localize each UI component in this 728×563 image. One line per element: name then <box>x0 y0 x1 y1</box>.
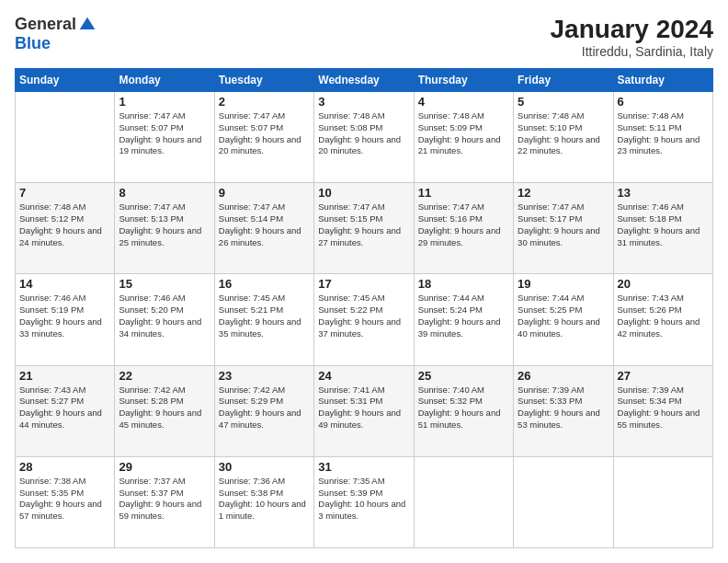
day-number: 31 <box>318 460 409 474</box>
calendar-cell: 15Sunrise: 7:46 AMSunset: 5:20 PMDayligh… <box>115 274 214 365</box>
day-number: 17 <box>318 277 409 291</box>
calendar-cell: 24Sunrise: 7:41 AMSunset: 5:31 PMDayligh… <box>314 365 414 456</box>
day-info: Sunrise: 7:42 AMSunset: 5:28 PMDaylight:… <box>119 385 210 431</box>
day-info: Sunrise: 7:47 AMSunset: 5:15 PMDaylight:… <box>318 201 409 248</box>
calendar-cell: 16Sunrise: 7:45 AMSunset: 5:21 PMDayligh… <box>214 274 313 365</box>
day-number: 14 <box>19 277 110 291</box>
day-info: Sunrise: 7:48 AMSunset: 5:08 PMDaylight:… <box>318 110 409 157</box>
month-title: January 2024 <box>551 15 713 44</box>
day-info: Sunrise: 7:43 AMSunset: 5:26 PMDaylight:… <box>618 293 709 339</box>
calendar-cell <box>514 456 613 547</box>
day-info: Sunrise: 7:48 AMSunset: 5:12 PMDaylight:… <box>19 201 110 248</box>
calendar-cell: 9Sunrise: 7:47 AMSunset: 5:14 PMDaylight… <box>214 183 313 274</box>
day-number: 5 <box>518 95 609 109</box>
calendar-cell: 31Sunrise: 7:35 AMSunset: 5:39 PMDayligh… <box>314 456 414 547</box>
location: Ittireddu, Sardinia, Italy <box>551 44 713 59</box>
day-info: Sunrise: 7:47 AMSunset: 5:07 PMDaylight:… <box>219 110 310 157</box>
calendar-cell: 13Sunrise: 7:46 AMSunset: 5:18 PMDayligh… <box>613 183 712 274</box>
day-number: 7 <box>19 186 110 200</box>
calendar-cell <box>16 92 115 183</box>
logo: General Blue <box>15 15 97 53</box>
calendar-cell: 25Sunrise: 7:40 AMSunset: 5:32 PMDayligh… <box>414 365 513 456</box>
calendar-header-sunday: Sunday <box>16 69 115 92</box>
day-info: Sunrise: 7:46 AMSunset: 5:19 PMDaylight:… <box>19 293 110 339</box>
calendar-cell: 30Sunrise: 7:36 AMSunset: 5:38 PMDayligh… <box>214 456 313 547</box>
calendar-week-row: 21Sunrise: 7:43 AMSunset: 5:27 PMDayligh… <box>16 365 713 456</box>
day-number: 11 <box>418 186 509 200</box>
day-info: Sunrise: 7:48 AMSunset: 5:11 PMDaylight:… <box>618 110 709 157</box>
calendar-cell: 12Sunrise: 7:47 AMSunset: 5:17 PMDayligh… <box>514 183 613 274</box>
calendar-week-row: 14Sunrise: 7:46 AMSunset: 5:19 PMDayligh… <box>16 274 713 365</box>
calendar-cell: 22Sunrise: 7:42 AMSunset: 5:28 PMDayligh… <box>115 365 214 456</box>
day-info: Sunrise: 7:43 AMSunset: 5:27 PMDaylight:… <box>19 385 110 431</box>
day-number: 10 <box>318 186 409 200</box>
day-info: Sunrise: 7:44 AMSunset: 5:24 PMDaylight:… <box>418 293 509 339</box>
svg-marker-0 <box>80 17 96 29</box>
calendar-cell: 28Sunrise: 7:38 AMSunset: 5:35 PMDayligh… <box>16 456 115 547</box>
calendar-cell: 19Sunrise: 7:44 AMSunset: 5:25 PMDayligh… <box>514 274 613 365</box>
day-number: 27 <box>618 369 709 383</box>
day-info: Sunrise: 7:44 AMSunset: 5:25 PMDaylight:… <box>518 293 609 339</box>
calendar-cell: 23Sunrise: 7:42 AMSunset: 5:29 PMDayligh… <box>214 365 313 456</box>
day-number: 24 <box>318 369 409 383</box>
calendar-cell: 18Sunrise: 7:44 AMSunset: 5:24 PMDayligh… <box>414 274 513 365</box>
day-info: Sunrise: 7:37 AMSunset: 5:37 PMDaylight:… <box>119 476 210 523</box>
day-number: 20 <box>618 277 709 291</box>
calendar-header-tuesday: Tuesday <box>214 69 313 92</box>
calendar-cell: 21Sunrise: 7:43 AMSunset: 5:27 PMDayligh… <box>16 365 115 456</box>
day-info: Sunrise: 7:42 AMSunset: 5:29 PMDaylight:… <box>219 385 310 431</box>
day-number: 21 <box>19 369 110 383</box>
day-number: 22 <box>119 369 210 383</box>
day-number: 1 <box>119 95 210 109</box>
calendar-table: SundayMondayTuesdayWednesdayThursdayFrid… <box>15 68 713 548</box>
day-info: Sunrise: 7:39 AMSunset: 5:34 PMDaylight:… <box>618 385 709 431</box>
calendar-week-row: 7Sunrise: 7:48 AMSunset: 5:12 PMDaylight… <box>16 183 713 274</box>
day-info: Sunrise: 7:47 AMSunset: 5:16 PMDaylight:… <box>418 201 509 248</box>
day-info: Sunrise: 7:46 AMSunset: 5:18 PMDaylight:… <box>618 201 709 248</box>
calendar-cell: 5Sunrise: 7:48 AMSunset: 5:10 PMDaylight… <box>514 92 613 183</box>
calendar-cell <box>613 456 712 547</box>
day-info: Sunrise: 7:41 AMSunset: 5:31 PMDaylight:… <box>318 385 409 431</box>
day-info: Sunrise: 7:35 AMSunset: 5:39 PMDaylight:… <box>318 476 409 523</box>
day-number: 3 <box>318 95 409 109</box>
calendar-cell: 6Sunrise: 7:48 AMSunset: 5:11 PMDaylight… <box>613 92 712 183</box>
calendar-cell: 7Sunrise: 7:48 AMSunset: 5:12 PMDaylight… <box>16 183 115 274</box>
day-number: 28 <box>19 460 110 474</box>
day-info: Sunrise: 7:48 AMSunset: 5:09 PMDaylight:… <box>418 110 509 157</box>
day-number: 2 <box>219 95 310 109</box>
calendar-cell: 2Sunrise: 7:47 AMSunset: 5:07 PMDaylight… <box>214 92 313 183</box>
calendar-header-thursday: Thursday <box>414 69 513 92</box>
day-info: Sunrise: 7:48 AMSunset: 5:10 PMDaylight:… <box>518 110 609 157</box>
day-info: Sunrise: 7:47 AMSunset: 5:14 PMDaylight:… <box>219 201 310 248</box>
day-number: 30 <box>219 460 310 474</box>
day-number: 29 <box>119 460 210 474</box>
logo-blue: Blue <box>15 34 51 53</box>
day-info: Sunrise: 7:36 AMSunset: 5:38 PMDaylight:… <box>219 476 310 523</box>
day-number: 9 <box>219 186 310 200</box>
calendar-cell: 17Sunrise: 7:45 AMSunset: 5:22 PMDayligh… <box>314 274 414 365</box>
calendar-header-wednesday: Wednesday <box>314 69 414 92</box>
day-info: Sunrise: 7:38 AMSunset: 5:35 PMDaylight:… <box>19 476 110 523</box>
calendar-week-row: 1Sunrise: 7:47 AMSunset: 5:07 PMDaylight… <box>16 92 713 183</box>
calendar-header-monday: Monday <box>115 69 214 92</box>
day-info: Sunrise: 7:47 AMSunset: 5:07 PMDaylight:… <box>119 110 210 157</box>
calendar-cell: 20Sunrise: 7:43 AMSunset: 5:26 PMDayligh… <box>613 274 712 365</box>
day-number: 26 <box>518 369 609 383</box>
day-number: 18 <box>418 277 509 291</box>
calendar-header-row: SundayMondayTuesdayWednesdayThursdayFrid… <box>16 69 713 92</box>
calendar-cell: 1Sunrise: 7:47 AMSunset: 5:07 PMDaylight… <box>115 92 214 183</box>
day-info: Sunrise: 7:47 AMSunset: 5:17 PMDaylight:… <box>518 201 609 248</box>
calendar-cell <box>414 456 513 547</box>
day-number: 15 <box>119 277 210 291</box>
calendar-cell: 14Sunrise: 7:46 AMSunset: 5:19 PMDayligh… <box>16 274 115 365</box>
day-number: 4 <box>418 95 509 109</box>
calendar-cell: 3Sunrise: 7:48 AMSunset: 5:08 PMDaylight… <box>314 92 414 183</box>
day-number: 12 <box>518 186 609 200</box>
day-info: Sunrise: 7:46 AMSunset: 5:20 PMDaylight:… <box>119 293 210 339</box>
day-number: 6 <box>618 95 709 109</box>
day-info: Sunrise: 7:47 AMSunset: 5:13 PMDaylight:… <box>119 201 210 248</box>
day-number: 19 <box>518 277 609 291</box>
page: General Blue January 2024 Ittireddu, Sar… <box>0 0 728 563</box>
calendar-cell: 27Sunrise: 7:39 AMSunset: 5:34 PMDayligh… <box>613 365 712 456</box>
calendar-cell: 4Sunrise: 7:48 AMSunset: 5:09 PMDaylight… <box>414 92 513 183</box>
